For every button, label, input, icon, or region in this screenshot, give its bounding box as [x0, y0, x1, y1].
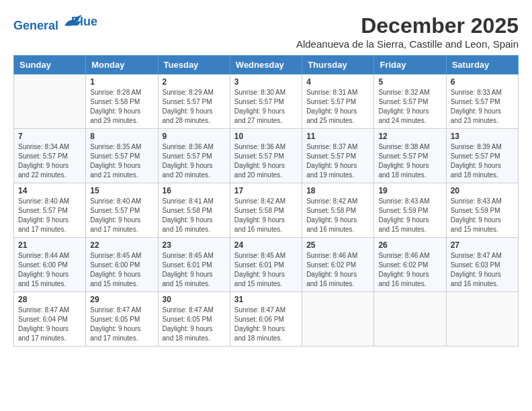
day-info: Sunrise: 8:38 AMSunset: 5:57 PMDaylight:…	[378, 142, 441, 180]
day-number: 4	[306, 77, 369, 87]
calendar-cell: 10Sunrise: 8:36 AMSunset: 5:57 PMDayligh…	[230, 129, 302, 183]
calendar-week-row: 7Sunrise: 8:34 AMSunset: 5:57 PMDaylight…	[14, 129, 519, 183]
day-info: Sunrise: 8:37 AMSunset: 5:57 PMDaylight:…	[306, 142, 369, 180]
day-number: 24	[234, 240, 298, 250]
calendar-cell: 1Sunrise: 8:28 AMSunset: 5:58 PMDaylight…	[86, 75, 158, 129]
calendar-cell: 26Sunrise: 8:46 AMSunset: 6:02 PMDayligh…	[374, 238, 446, 292]
day-header-tuesday: Tuesday	[158, 56, 230, 75]
day-header-saturday: Saturday	[446, 56, 518, 75]
day-number: 18	[306, 186, 369, 195]
day-number: 2	[163, 77, 226, 87]
calendar-cell: 30Sunrise: 8:47 AMSunset: 6:05 PMDayligh…	[158, 292, 230, 347]
day-header-friday: Friday	[374, 56, 446, 75]
day-number: 19	[378, 186, 441, 195]
day-number: 5	[378, 77, 441, 87]
day-number: 1	[90, 77, 153, 87]
day-info: Sunrise: 8:41 AMSunset: 5:58 PMDaylight:…	[163, 197, 226, 234]
calendar-cell: 17Sunrise: 8:42 AMSunset: 5:58 PMDayligh…	[230, 183, 302, 238]
logo-blue: Blue	[71, 15, 97, 29]
day-info: Sunrise: 8:47 AMSunset: 6:03 PMDaylight:…	[451, 251, 514, 289]
calendar-cell: 16Sunrise: 8:41 AMSunset: 5:58 PMDayligh…	[158, 183, 230, 238]
calendar-cell: 13Sunrise: 8:39 AMSunset: 5:57 PMDayligh…	[446, 129, 518, 183]
day-number: 20	[451, 186, 514, 195]
day-number: 12	[378, 132, 441, 141]
day-info: Sunrise: 8:32 AMSunset: 5:57 PMDaylight:…	[378, 88, 441, 126]
day-info: Sunrise: 8:46 AMSunset: 6:02 PMDaylight:…	[306, 251, 369, 289]
title-block: December 2025 Aldeanueva de la Sierra, C…	[296, 13, 519, 50]
day-info: Sunrise: 8:43 AMSunset: 5:59 PMDaylight:…	[451, 197, 514, 234]
calendar-cell: 11Sunrise: 8:37 AMSunset: 5:57 PMDayligh…	[302, 129, 374, 183]
page-header: General Blue December 2025 Aldeanueva de…	[13, 13, 519, 50]
calendar-cell: 2Sunrise: 8:29 AMSunset: 5:57 PMDaylight…	[158, 75, 230, 129]
calendar-cell: 27Sunrise: 8:47 AMSunset: 6:03 PMDayligh…	[446, 238, 518, 292]
day-info: Sunrise: 8:42 AMSunset: 5:58 PMDaylight:…	[306, 197, 369, 234]
day-number: 6	[451, 77, 514, 87]
day-info: Sunrise: 8:35 AMSunset: 5:57 PMDaylight:…	[90, 142, 153, 180]
calendar-header-row: SundayMondayTuesdayWednesdayThursdayFrid…	[14, 56, 519, 75]
calendar-cell: 20Sunrise: 8:43 AMSunset: 5:59 PMDayligh…	[446, 183, 518, 238]
calendar-cell: 21Sunrise: 8:44 AMSunset: 6:00 PMDayligh…	[14, 238, 86, 292]
calendar-week-row: 21Sunrise: 8:44 AMSunset: 6:00 PMDayligh…	[14, 238, 519, 292]
day-header-sunday: Sunday	[14, 56, 86, 75]
calendar-cell: 22Sunrise: 8:45 AMSunset: 6:00 PMDayligh…	[86, 238, 158, 292]
day-number: 25	[306, 240, 369, 250]
calendar-cell: 25Sunrise: 8:46 AMSunset: 6:02 PMDayligh…	[302, 238, 374, 292]
day-number: 31	[234, 295, 298, 304]
day-info: Sunrise: 8:31 AMSunset: 5:57 PMDaylight:…	[306, 88, 369, 126]
calendar-cell: 31Sunrise: 8:47 AMSunset: 6:06 PMDayligh…	[230, 292, 302, 347]
calendar-cell: 14Sunrise: 8:40 AMSunset: 5:57 PMDayligh…	[14, 183, 86, 238]
day-number: 11	[306, 132, 369, 141]
day-info: Sunrise: 8:44 AMSunset: 6:00 PMDaylight:…	[18, 251, 81, 289]
day-info: Sunrise: 8:46 AMSunset: 6:02 PMDaylight:…	[378, 251, 441, 289]
day-number: 7	[18, 132, 81, 141]
calendar-cell: 4Sunrise: 8:31 AMSunset: 5:57 PMDaylight…	[302, 75, 374, 129]
day-info: Sunrise: 8:29 AMSunset: 5:57 PMDaylight:…	[163, 88, 226, 126]
day-info: Sunrise: 8:45 AMSunset: 6:01 PMDaylight:…	[163, 251, 226, 289]
calendar-cell	[446, 292, 518, 347]
calendar-cell: 12Sunrise: 8:38 AMSunset: 5:57 PMDayligh…	[374, 129, 446, 183]
calendar-cell: 24Sunrise: 8:45 AMSunset: 6:01 PMDayligh…	[230, 238, 302, 292]
day-info: Sunrise: 8:42 AMSunset: 5:58 PMDaylight:…	[234, 197, 298, 234]
calendar-cell: 3Sunrise: 8:30 AMSunset: 5:57 PMDaylight…	[230, 75, 302, 129]
calendar-week-row: 14Sunrise: 8:40 AMSunset: 5:57 PMDayligh…	[14, 183, 519, 238]
day-info: Sunrise: 8:28 AMSunset: 5:58 PMDaylight:…	[90, 88, 153, 126]
day-number: 8	[90, 132, 153, 141]
day-number: 9	[163, 132, 226, 141]
calendar-cell: 23Sunrise: 8:45 AMSunset: 6:01 PMDayligh…	[158, 238, 230, 292]
day-info: Sunrise: 8:45 AMSunset: 6:01 PMDaylight:…	[234, 251, 298, 289]
calendar-cell: 29Sunrise: 8:47 AMSunset: 6:05 PMDayligh…	[86, 292, 158, 347]
day-info: Sunrise: 8:36 AMSunset: 5:57 PMDaylight:…	[234, 142, 298, 180]
day-number: 22	[90, 240, 153, 250]
day-number: 29	[90, 295, 153, 304]
logo: General Blue	[13, 13, 97, 33]
day-number: 14	[18, 186, 81, 195]
calendar-cell: 28Sunrise: 8:47 AMSunset: 6:04 PMDayligh…	[14, 292, 86, 347]
day-number: 21	[18, 240, 81, 250]
day-info: Sunrise: 8:36 AMSunset: 5:57 PMDaylight:…	[163, 142, 226, 180]
day-info: Sunrise: 8:45 AMSunset: 6:00 PMDaylight:…	[90, 251, 153, 289]
day-number: 30	[163, 295, 226, 304]
calendar-cell: 19Sunrise: 8:43 AMSunset: 5:59 PMDayligh…	[374, 183, 446, 238]
calendar-cell: 5Sunrise: 8:32 AMSunset: 5:57 PMDaylight…	[374, 75, 446, 129]
calendar-cell: 15Sunrise: 8:40 AMSunset: 5:57 PMDayligh…	[86, 183, 158, 238]
day-number: 16	[163, 186, 226, 195]
day-header-wednesday: Wednesday	[230, 56, 302, 75]
day-number: 23	[163, 240, 226, 250]
main-title: December 2025	[296, 13, 519, 38]
day-number: 13	[451, 132, 514, 141]
day-number: 26	[378, 240, 441, 250]
calendar-cell	[14, 75, 86, 129]
calendar-week-row: 1Sunrise: 8:28 AMSunset: 5:58 PMDaylight…	[14, 75, 519, 129]
day-header-thursday: Thursday	[302, 56, 374, 75]
day-number: 17	[234, 186, 298, 195]
calendar-cell: 7Sunrise: 8:34 AMSunset: 5:57 PMDaylight…	[14, 129, 86, 183]
calendar-cell: 18Sunrise: 8:42 AMSunset: 5:58 PMDayligh…	[302, 183, 374, 238]
calendar-cell: 8Sunrise: 8:35 AMSunset: 5:57 PMDaylight…	[86, 129, 158, 183]
day-number: 27	[451, 240, 514, 250]
calendar-table: SundayMondayTuesdayWednesdayThursdayFrid…	[13, 55, 519, 347]
day-info: Sunrise: 8:30 AMSunset: 5:57 PMDaylight:…	[234, 88, 298, 126]
subtitle: Aldeanueva de la Sierra, Castille and Le…	[296, 38, 519, 50]
day-info: Sunrise: 8:39 AMSunset: 5:57 PMDaylight:…	[451, 142, 514, 180]
day-info: Sunrise: 8:40 AMSunset: 5:57 PMDaylight:…	[90, 197, 153, 234]
day-info: Sunrise: 8:47 AMSunset: 6:04 PMDaylight:…	[18, 306, 81, 343]
